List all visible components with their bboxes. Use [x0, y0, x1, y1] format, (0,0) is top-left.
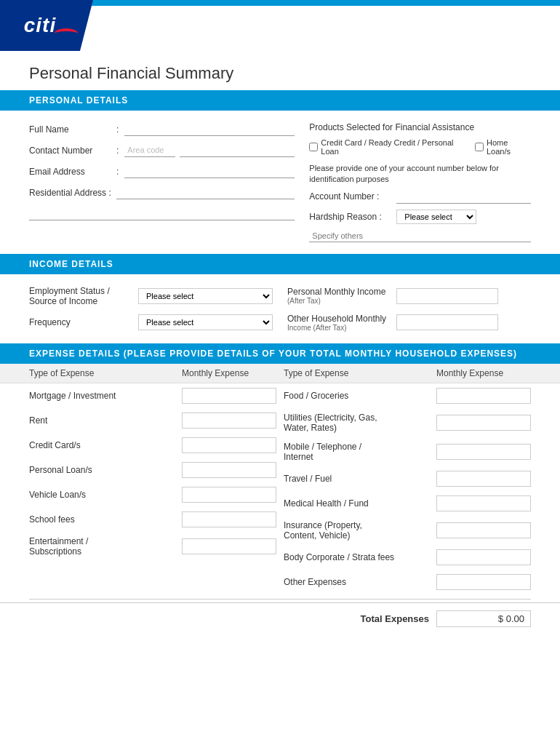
contact-number-input[interactable] — [180, 143, 295, 157]
specify-others-input[interactable] — [309, 230, 531, 242]
expense-personal-loan: Personal Loan/s — [29, 465, 182, 475]
contact-label: Contact Number — [29, 146, 116, 156]
area-code-input[interactable] — [124, 143, 175, 157]
expense-mobile: Mobile / Telephone /Internet — [284, 442, 436, 462]
employment-status-select[interactable]: Please select — [138, 288, 273, 304]
residential-address-input2[interactable] — [29, 207, 295, 220]
expense-medical: Medical Health / Fund — [284, 498, 436, 509]
expense-right-col: Food / Groceries Utilities (Electricity,… — [284, 383, 531, 594]
expense-left-col: Mortgage / Investment Rent Credit Card/s… — [29, 383, 276, 594]
total-value: $ 0.00 — [436, 610, 531, 627]
expense-col-header-4: Monthly Expense — [436, 368, 531, 378]
residential-address-input1[interactable] — [116, 186, 295, 199]
expense-food: Food / Groceries — [284, 391, 436, 401]
expense-utilities-input[interactable] — [436, 415, 531, 431]
expense-school-fees-input[interactable] — [182, 511, 276, 527]
expense-insurance-input[interactable] — [436, 522, 531, 538]
full-name-input[interactable] — [124, 122, 295, 136]
account-number-label: Account Number : — [309, 191, 396, 202]
products-label: Products Selected for Financial Assistan… — [309, 122, 531, 132]
other-household-income-input[interactable] — [396, 314, 498, 330]
expense-details-header: EXPENSE DETAILS (PLEASE PROVIDE DETAILS … — [0, 343, 560, 364]
expense-mortgage-input[interactable] — [182, 388, 276, 404]
expense-personal-loan-input[interactable] — [182, 462, 276, 478]
expense-entertainment: Entertainment /Subscriptions — [29, 536, 182, 557]
expense-mobile-input[interactable] — [436, 444, 531, 460]
email-input[interactable] — [124, 164, 295, 178]
personal-monthly-income-label: Personal Monthly Income(After Tax) — [287, 287, 389, 305]
home-loan-checkbox[interactable] — [475, 143, 484, 151]
provide-text: Please provide one of your account numbe… — [309, 163, 531, 186]
expense-vehicle-loan-input[interactable] — [182, 487, 276, 503]
expense-col-header-2: Monthly Expense — [182, 368, 276, 378]
expense-rent-input[interactable] — [182, 413, 276, 429]
employment-status-label: Employment Status /Source of Income — [29, 286, 131, 306]
expense-medical-input[interactable] — [436, 495, 531, 511]
hardship-reason-label: Hardship Reason : — [309, 212, 396, 222]
citi-arc — [55, 28, 78, 39]
citi-logo: citi — [0, 0, 80, 51]
expense-insurance: Insurance (Property,Content, Vehicle) — [284, 520, 436, 541]
expense-credit-card: Credit Card/s — [29, 440, 182, 450]
page-title: Personal Financial Summary — [0, 51, 560, 90]
personal-details-header: PERSONAL DETAILS — [0, 90, 560, 111]
credit-card-checkbox[interactable] — [309, 143, 318, 151]
residential-label: Residential Address : — [29, 188, 116, 198]
expense-other-input[interactable] — [436, 574, 531, 590]
expense-school-fees: School fees — [29, 514, 182, 525]
expense-vehicle-loan: Vehicle Loan/s — [29, 490, 182, 500]
logo-text: citi — [24, 14, 56, 36]
credit-card-label: Credit Card / Ready Credit / Personal Lo… — [321, 138, 465, 156]
expense-col-header-1: Type of Expense — [29, 368, 182, 378]
expense-travel-input[interactable] — [436, 471, 531, 487]
personal-monthly-income-input[interactable] — [396, 288, 498, 304]
expense-mortgage: Mortgage / Investment — [29, 391, 182, 401]
account-number-input[interactable] — [396, 190, 531, 204]
expense-entertainment-input[interactable] — [182, 538, 276, 554]
expense-utilities: Utilities (Electricity, Gas,Water, Rates… — [284, 413, 436, 433]
full-name-label: Full Name — [29, 124, 116, 135]
frequency-label: Frequency — [29, 317, 131, 327]
income-details-header: INCOME DETAILS — [0, 254, 560, 274]
expense-col-header-3: Type of Expense — [284, 368, 436, 378]
expense-credit-card-input[interactable] — [182, 437, 276, 453]
other-household-income-label: Other Household MonthlyIncome (After Tax… — [287, 314, 389, 332]
expense-travel: Travel / Fuel — [284, 474, 436, 484]
expense-rent: Rent — [29, 415, 182, 426]
email-label: Email Address — [29, 167, 116, 177]
expense-other: Other Expenses — [284, 577, 436, 587]
frequency-select[interactable]: Please select — [138, 314, 273, 330]
expense-food-input[interactable] — [436, 388, 531, 404]
total-label: Total Expenses — [361, 613, 429, 624]
expense-body-corporate: Body Corporate / Strata fees — [284, 552, 436, 562]
total-expenses-row: Total Expenses $ 0.00 — [0, 602, 560, 634]
hardship-reason-select[interactable]: Please select — [396, 210, 476, 224]
expense-body-corporate-input[interactable] — [436, 549, 531, 565]
home-loan-label: Home Loan/s — [487, 138, 531, 156]
